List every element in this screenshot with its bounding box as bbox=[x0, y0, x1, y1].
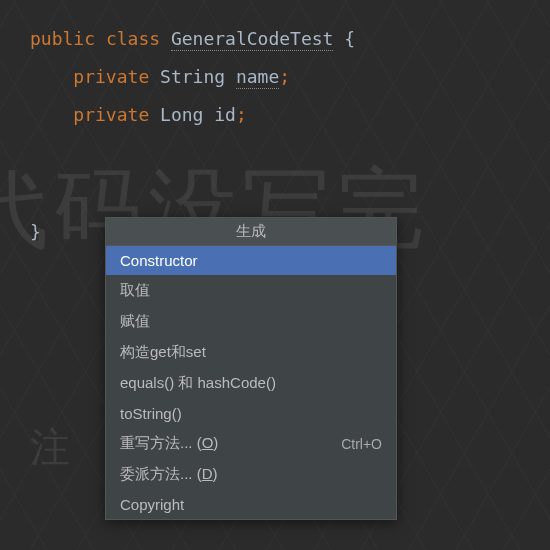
popup-item-5[interactable]: toString() bbox=[106, 399, 396, 428]
popup-item-6[interactable]: 重写方法... (O)Ctrl+O bbox=[106, 428, 396, 459]
open-brace: { bbox=[344, 28, 355, 49]
popup-item-7[interactable]: 委派方法... (D) bbox=[106, 459, 396, 490]
popup-item-label: 构造get和set bbox=[120, 343, 206, 362]
popup-item-label: Copyright bbox=[120, 496, 184, 513]
popup-item-shortcut: Ctrl+O bbox=[341, 436, 382, 452]
keyword-public: public bbox=[30, 28, 95, 49]
popup-item-8[interactable]: Copyright bbox=[106, 490, 396, 519]
popup-item-label: 委派方法... (D) bbox=[120, 465, 218, 484]
type-string: String bbox=[160, 66, 225, 87]
popup-item-0[interactable]: Constructor bbox=[106, 246, 396, 275]
popup-item-4[interactable]: equals() 和 hashCode() bbox=[106, 368, 396, 399]
popup-item-label: 取值 bbox=[120, 281, 150, 300]
code-editor[interactable]: public class GeneralCodeTest { private S… bbox=[0, 0, 550, 251]
popup-item-label: Constructor bbox=[120, 252, 198, 269]
popup-item-label: 重写方法... (O) bbox=[120, 434, 218, 453]
watermark-text-2: 注 bbox=[30, 420, 72, 475]
code-line-2: private String name; bbox=[0, 58, 550, 96]
code-line-1: public class GeneralCodeTest { bbox=[0, 20, 550, 58]
popup-item-label: 赋值 bbox=[120, 312, 150, 331]
class-name: GeneralCodeTest bbox=[171, 28, 334, 51]
generate-popup: 生成 Constructor取值赋值构造get和setequals() 和 ha… bbox=[105, 217, 397, 520]
popup-item-label: toString() bbox=[120, 405, 182, 422]
keyword-private: private bbox=[73, 104, 149, 125]
keyword-private: private bbox=[73, 66, 149, 87]
type-long: Long bbox=[160, 104, 203, 125]
field-name: name bbox=[236, 66, 279, 89]
popup-item-1[interactable]: 取值 bbox=[106, 275, 396, 306]
semicolon: ; bbox=[236, 104, 247, 125]
popup-item-label: equals() 和 hashCode() bbox=[120, 374, 276, 393]
field-id: id bbox=[214, 104, 236, 125]
code-line-3: private Long id; bbox=[0, 96, 550, 134]
popup-title: 生成 bbox=[106, 218, 396, 246]
popup-item-2[interactable]: 赋值 bbox=[106, 306, 396, 337]
semicolon: ; bbox=[279, 66, 290, 87]
popup-item-3[interactable]: 构造get和set bbox=[106, 337, 396, 368]
keyword-class: class bbox=[106, 28, 160, 49]
